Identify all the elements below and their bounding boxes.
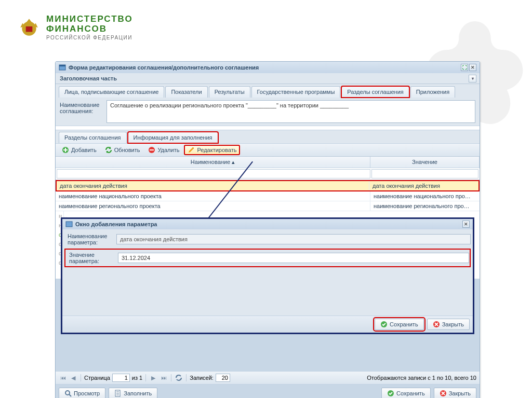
tab-indicators[interactable]: Показатели	[165, 86, 207, 98]
param-value-input[interactable]: 31.12.2024	[118, 253, 469, 263]
footer-close-button[interactable]: Закрыть	[434, 388, 476, 398]
pager-records-label: Записей:	[190, 375, 214, 381]
agreement-name-value[interactable]: Соглашение о реализации регионального пр…	[107, 100, 475, 123]
cell-name: дата окончания действия	[57, 181, 369, 190]
modal-footer: Сохранить Закрыть	[62, 315, 473, 333]
refresh-button[interactable]: Обновить	[102, 145, 143, 155]
svg-rect-2	[59, 65, 65, 66]
param-value-label: Значение параметра:	[66, 250, 118, 266]
grid-row-selected[interactable]: дата окончания действия дата окончания д…	[56, 180, 480, 191]
pencil-icon	[188, 146, 195, 154]
ministry-title: МИНИСТЕРСТВОФИНАНСОВ	[46, 15, 133, 34]
grid-filter-row	[56, 168, 480, 180]
pager-refresh[interactable]	[175, 374, 183, 382]
refresh-icon	[105, 146, 112, 154]
agreement-name-label: Наименование соглашения:	[60, 100, 107, 123]
fill-button[interactable]: Заполнить	[109, 388, 157, 398]
window-icon	[59, 64, 66, 71]
grid-toolbar: Добавить Обновить Удалить Редактировать	[56, 143, 480, 157]
modal-title: Окно добавления параметра	[75, 221, 157, 227]
grid-header: Наименование ▴ Значение	[56, 157, 480, 168]
filter-value-input[interactable]	[371, 169, 478, 179]
add-button[interactable]: Добавить	[59, 145, 100, 155]
svg-rect-5	[150, 149, 154, 150]
tab-gov-programs[interactable]: Государственные программы	[251, 86, 341, 98]
footer-save-button[interactable]: Сохранить	[381, 388, 431, 398]
check-icon	[380, 321, 388, 328]
edit-button[interactable]: Редактировать	[184, 145, 240, 155]
pager: ⏮ ◀ Страница из 1 ▶ ⏭ Записей: Отображаю…	[56, 371, 480, 385]
sort-asc-icon: ▴	[232, 159, 235, 165]
cell-value: наименование национального про…	[370, 191, 480, 201]
modal-icon	[65, 221, 73, 228]
modal-titlebar: Окно добавления параметра ✕	[62, 219, 473, 229]
window-titlebar: Форма редактирования соглашения/дополнит…	[56, 62, 480, 73]
param-name-label: Наименование параметра:	[64, 231, 116, 247]
param-name-value: дата окончания действия	[116, 234, 471, 244]
modal-close-x[interactable]: ✕	[462, 221, 470, 228]
pager-page-input[interactable]	[112, 374, 130, 382]
pager-next[interactable]: ▶	[149, 374, 157, 382]
pager-of-label: из 1	[132, 375, 142, 381]
plus-icon	[62, 146, 69, 154]
filter-name-input[interactable]	[57, 169, 370, 179]
sub-tabstrip: Разделы соглашения Информация для заполн…	[56, 130, 480, 143]
tab-results[interactable]: Результаты	[209, 86, 250, 98]
main-tabstrip: Лица, подписывающие соглашение Показател…	[56, 84, 480, 98]
modal-close-button[interactable]: Закрыть	[427, 319, 470, 330]
emblem-icon	[18, 17, 40, 38]
col-name-header[interactable]: Наименование ▴	[56, 157, 370, 168]
document-icon	[114, 390, 122, 397]
agreement-name-row: Наименование соглашения: Соглашение о ре…	[56, 98, 480, 126]
window-fullscreen-button[interactable]: ⛶	[461, 64, 468, 71]
check-icon	[387, 390, 394, 397]
tab-attachments[interactable]: Приложения	[410, 86, 455, 98]
pager-prev[interactable]: ◀	[69, 374, 77, 382]
ministry-subtitle: РОССИЙСКОЙ ФЕДЕРАЦИИ	[46, 35, 133, 40]
subtab-fill-info[interactable]: Информация для заполнения	[128, 132, 218, 143]
col-value-header[interactable]: Значение	[370, 157, 480, 168]
window-footer: Просмотр Заполнить Сохранить Закрыть	[56, 385, 480, 398]
pager-last[interactable]: ⏭	[159, 374, 168, 382]
add-parameter-modal: Окно добавления параметра ✕ Наименование…	[61, 217, 474, 334]
x-icon	[433, 321, 440, 328]
delete-button[interactable]: Удалить	[145, 145, 182, 155]
cell-name: наименование регионального проекта	[56, 201, 370, 211]
param-name-row: Наименование параметра: дата окончания д…	[64, 231, 471, 247]
pager-first[interactable]: ⏮	[59, 374, 67, 382]
modal-save-button[interactable]: Сохранить	[375, 319, 424, 330]
x-icon	[440, 390, 447, 397]
grid-row[interactable]: наименование регионального проекта наиме…	[56, 201, 480, 211]
cell-name: наименование национального проекта	[56, 191, 370, 201]
window-title: Форма редактирования соглашения/дополнит…	[69, 64, 259, 71]
tab-signers[interactable]: Лица, подписывающие соглашение	[59, 86, 164, 98]
pager-records-input[interactable]	[216, 374, 230, 382]
subtab-sections[interactable]: Разделы соглашения	[59, 132, 127, 143]
preview-button[interactable]: Просмотр	[59, 388, 105, 398]
minus-icon	[148, 146, 155, 154]
grid-row[interactable]: наименование национального проекта наиме…	[56, 191, 480, 201]
pager-page-label: Страница	[84, 375, 110, 381]
section-header: Заголовочная часть ▾	[56, 73, 480, 84]
edit-agreement-window: Форма редактирования соглашения/дополнит…	[55, 61, 480, 398]
magnifier-icon	[64, 390, 72, 397]
cell-value: дата окончания действия	[369, 181, 478, 190]
svg-point-9	[65, 391, 70, 395]
cell-value: наименование регионального про…	[370, 201, 480, 211]
window-close-button[interactable]: ✕	[469, 64, 476, 71]
pager-summary: Отображаются записи с 1 по 10, всего 10	[367, 375, 476, 381]
svg-rect-6	[66, 222, 72, 227]
section-collapse-button[interactable]: ▾	[469, 75, 476, 83]
param-value-row: Значение параметра: 31.12.2024	[64, 249, 471, 267]
tab-sections[interactable]: Разделы соглашения	[341, 86, 409, 98]
